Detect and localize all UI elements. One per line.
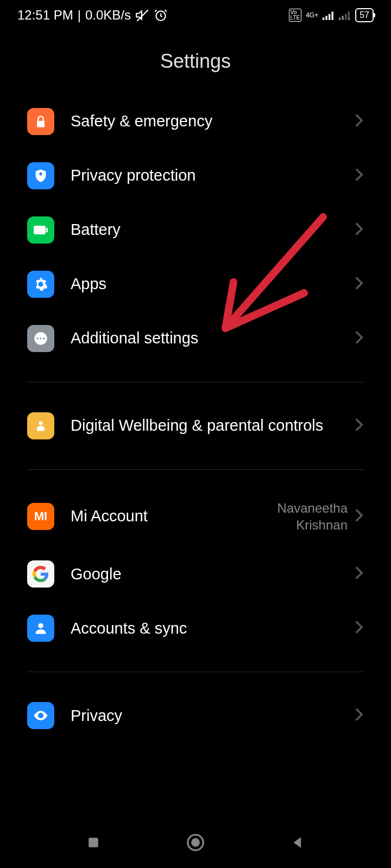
- status-data-rate: 0.0KB/s: [85, 8, 131, 23]
- svg-rect-11: [34, 226, 46, 234]
- chevron-right-icon: [354, 417, 364, 435]
- setting-additional[interactable]: Additional settings: [27, 311, 364, 366]
- status-right: VoLTE 4G+ ✕ 57: [289, 8, 374, 22]
- setting-label: Safety & emergency: [71, 111, 354, 132]
- signal-2-icon: ✕: [339, 10, 351, 20]
- chevron-right-icon: [354, 276, 364, 293]
- status-left: 12:51 PM | 0.0KB/s: [17, 8, 168, 23]
- svg-rect-4: [329, 14, 330, 20]
- chevron-right-icon: [354, 113, 364, 130]
- svg-rect-2: [323, 17, 324, 20]
- svg-rect-5: [332, 11, 333, 20]
- settings-list: Safety & emergency Privacy protection Ba…: [0, 94, 391, 743]
- setting-safety-emergency[interactable]: Safety & emergency: [27, 94, 364, 149]
- svg-point-19: [40, 714, 42, 717]
- setting-label: Digital Wellbeing & parental controls: [71, 416, 354, 436]
- chevron-right-icon: [354, 565, 364, 583]
- svg-text:✕: ✕: [348, 17, 351, 20]
- mi-icon: MI: [27, 503, 54, 530]
- svg-rect-6: [339, 17, 340, 20]
- chevron-right-icon: [354, 508, 364, 525]
- eye-icon: [27, 702, 54, 729]
- chevron-right-icon: [354, 620, 364, 637]
- setting-value: Navaneetha Krishnan: [278, 500, 348, 533]
- signal-1-icon: [323, 10, 335, 20]
- setting-wellbeing[interactable]: Digital Wellbeing & parental controls: [27, 399, 364, 453]
- setting-privacy-protection[interactable]: Privacy protection: [27, 149, 364, 203]
- gear-icon: [27, 271, 54, 298]
- chevron-right-icon: [354, 707, 364, 724]
- svg-line-0: [137, 10, 148, 21]
- svg-point-17: [39, 422, 43, 425]
- divider: [27, 672, 364, 672]
- alarm-icon: [154, 8, 168, 22]
- more-icon: [27, 325, 54, 352]
- setting-label: Mi Account: [71, 506, 278, 527]
- divider: [27, 382, 364, 382]
- svg-rect-12: [46, 228, 48, 232]
- svg-rect-8: [345, 14, 346, 20]
- nav-recent-button[interactable]: [85, 834, 102, 853]
- setting-label: Privacy protection: [71, 165, 354, 186]
- setting-battery[interactable]: Battery: [27, 203, 364, 257]
- wellbeing-icon: [27, 412, 54, 439]
- setting-label: Privacy: [71, 706, 354, 726]
- setting-mi-account[interactable]: MI Mi Account Navaneetha Krishnan: [27, 486, 364, 547]
- chevron-right-icon: [354, 167, 364, 184]
- status-time: 12:51 PM: [17, 8, 73, 23]
- svg-point-22: [191, 838, 200, 847]
- setting-label: Accounts & sync: [71, 618, 354, 639]
- divider: [27, 469, 364, 470]
- setting-accounts-sync[interactable]: Accounts & sync: [27, 601, 364, 655]
- nav-back-button[interactable]: [289, 834, 306, 853]
- nav-bar: [0, 819, 391, 868]
- svg-point-15: [40, 337, 42, 340]
- setting-privacy[interactable]: Privacy: [27, 688, 364, 743]
- nav-home-button[interactable]: [185, 832, 206, 855]
- svg-point-16: [43, 337, 45, 340]
- battery-icon: [27, 216, 54, 244]
- battery-icon: 57: [355, 8, 374, 22]
- status-bar: 12:51 PM | 0.0KB/s VoLTE 4G+: [0, 0, 391, 28]
- svg-rect-3: [326, 16, 327, 20]
- svg-point-14: [36, 337, 39, 340]
- svg-rect-20: [89, 838, 98, 847]
- volte-icon: VoLTE: [289, 9, 302, 22]
- account-icon: [27, 615, 54, 642]
- chevron-right-icon: [354, 221, 364, 239]
- setting-label: Google: [71, 564, 354, 585]
- shield-icon: [27, 162, 54, 189]
- mute-icon: [135, 8, 149, 22]
- safety-icon: [27, 108, 54, 135]
- setting-apps[interactable]: Apps: [27, 257, 364, 311]
- svg-point-18: [38, 623, 43, 628]
- page-title: Settings: [0, 28, 391, 94]
- setting-label: Additional settings: [71, 328, 354, 349]
- chevron-right-icon: [354, 330, 364, 347]
- google-icon: [27, 560, 54, 588]
- status-separator: |: [78, 8, 81, 23]
- setting-label: Apps: [71, 274, 354, 295]
- setting-label: Battery: [71, 220, 354, 240]
- setting-google[interactable]: Google: [27, 547, 364, 601]
- network-label: 4G+: [306, 12, 318, 18]
- svg-rect-7: [342, 16, 344, 20]
